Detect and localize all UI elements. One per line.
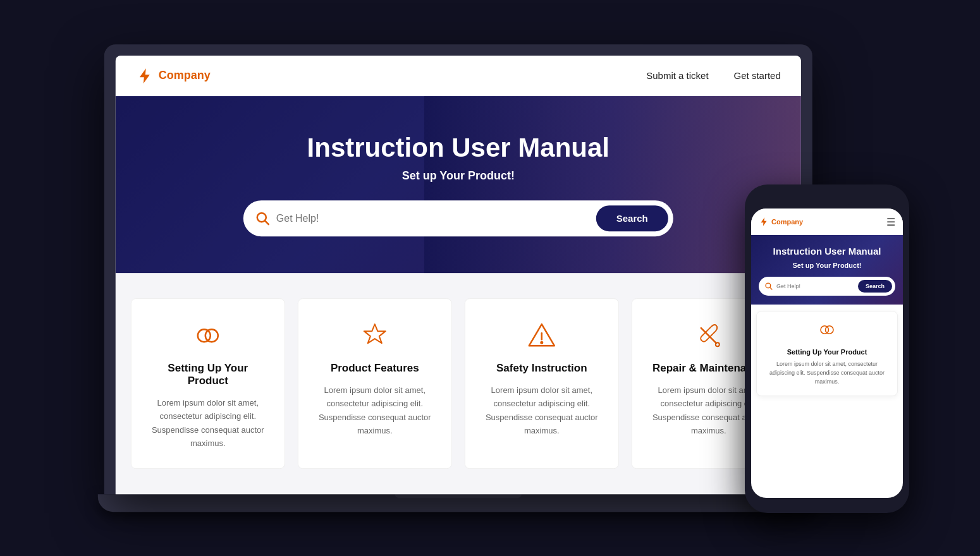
card-setting-up[interactable]: Setting Up Your Product Lorem ipsum dolo…	[131, 298, 285, 469]
phone-hero: Instruction User Manual Set up Your Prod…	[751, 235, 903, 305]
laptop-base	[98, 494, 819, 512]
svg-point-10	[716, 342, 720, 346]
hero-content: Instruction User Manual Set up Your Prod…	[116, 133, 801, 236]
card-title-safety-instruction: Safety Instruction	[481, 362, 603, 375]
svg-point-15	[826, 325, 834, 334]
svg-point-8	[541, 342, 542, 344]
bolt-icon	[136, 67, 154, 85]
search-bar: Search	[243, 200, 673, 236]
card-text-product-features: Lorem ipsum dolor sit amet, consectetur …	[314, 384, 436, 438]
svg-point-14	[821, 325, 829, 334]
logo: Company	[136, 67, 211, 85]
hamburger-icon[interactable]: ☰	[886, 216, 895, 228]
search-icon	[256, 212, 270, 226]
laptop-mockup: Company Submit a ticket Get started Inst…	[104, 44, 819, 512]
phone-logo-text: Company	[771, 218, 803, 226]
svg-marker-5	[364, 324, 386, 343]
phone-card-icon	[764, 320, 890, 343]
phone-mockup: Company ☰ Instruction User Manual Set up…	[745, 184, 909, 513]
search-input[interactable]	[276, 213, 590, 224]
laptop-screen: Company Submit a ticket Get started Inst…	[116, 56, 801, 494]
phone-logo: Company	[759, 217, 803, 227]
phone-search-input[interactable]	[776, 283, 854, 289]
submit-ticket-link[interactable]: Submit a ticket	[646, 70, 708, 81]
laptop-hinge	[395, 494, 522, 498]
card-title-setting-up: Setting Up Your Product	[147, 362, 269, 387]
hero-title: Instruction User Manual	[116, 133, 801, 163]
phone-hero-subtitle: Set up Your Product!	[759, 262, 895, 269]
laptop-hero: Instruction User Manual Set up Your Prod…	[116, 96, 801, 273]
scene: Company Submit a ticket Get started Inst…	[0, 0, 980, 556]
get-started-link[interactable]: Get started	[734, 70, 781, 81]
svg-line-2	[265, 221, 269, 224]
laptop-frame: Company Submit a ticket Get started Inst…	[104, 44, 812, 494]
phone-card-text: Lorem ipsum dolor sit amet, consectetur …	[764, 360, 890, 387]
card-title-product-features: Product Features	[314, 362, 436, 375]
card-text-safety-instruction: Lorem ipsum dolor sit amet, consectetur …	[481, 384, 603, 438]
phone-card-title: Setting Up Your Product	[764, 348, 890, 356]
nav-links: Submit a ticket Get started	[646, 70, 781, 81]
hero-subtitle: Set up Your Product!	[116, 169, 801, 183]
svg-marker-0	[140, 68, 150, 83]
card-text-setting-up: Lorem ipsum dolor sit amet, consectetur …	[147, 396, 269, 450]
cards-section: Setting Up Your Product Lorem ipsum dolo…	[116, 273, 801, 494]
search-button[interactable]: Search	[596, 205, 668, 231]
svg-line-13	[770, 287, 772, 289]
svg-point-3	[198, 329, 211, 342]
card-product-features[interactable]: Product Features Lorem ipsum dolor sit a…	[298, 298, 452, 469]
phone-screen: Company ☰ Instruction User Manual Set up…	[751, 208, 903, 498]
phone-search-bar: Search	[759, 277, 895, 296]
card-icon-safety-instruction	[481, 319, 603, 352]
card-icon-product-features	[314, 319, 436, 352]
logo-text: Company	[159, 69, 211, 82]
phone-bolt-icon	[759, 217, 769, 227]
svg-marker-11	[761, 217, 766, 226]
phone-notch	[802, 193, 852, 206]
card-icon-setting-up	[147, 319, 269, 352]
phone-search-button[interactable]: Search	[858, 280, 892, 293]
phone-search-icon	[765, 282, 773, 290]
phone-hero-title: Instruction User Manual	[759, 245, 895, 258]
phone-card-setting-up[interactable]: Setting Up Your Product Lorem ipsum dolo…	[756, 311, 898, 396]
svg-line-9	[701, 328, 716, 343]
phone-navbar: Company ☰	[751, 208, 903, 235]
card-safety-instruction[interactable]: Safety Instruction Lorem ipsum dolor sit…	[465, 298, 619, 469]
phone-frame: Company ☰ Instruction User Manual Set up…	[745, 184, 909, 513]
svg-point-4	[205, 329, 218, 342]
laptop-navbar: Company Submit a ticket Get started	[116, 56, 801, 96]
